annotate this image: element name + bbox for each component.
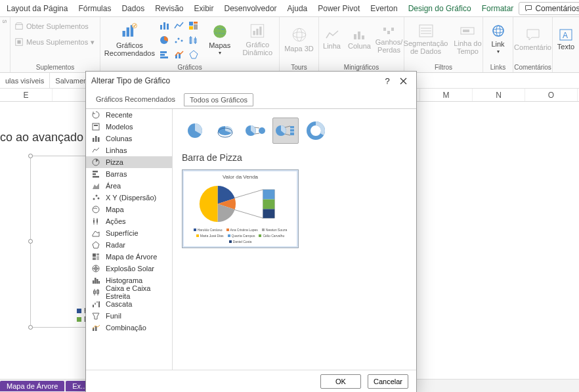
col-header[interactable]: M [420,89,473,101]
tab-desenvolvedor[interactable]: Desenvolvedor [219,1,282,16]
radar-chart-icon[interactable] [188,49,200,60]
comments-button[interactable]: Comentários [519,2,579,15]
column-chart-icon[interactable] [159,20,171,32]
resize-handle[interactable] [28,325,33,330]
cat-pizza[interactable]: Pizza [86,156,172,168]
svg-rect-12 [194,24,198,30]
tab-design-grafico[interactable]: Design do Gráfico [403,1,477,16]
cat-area[interactable]: Área [86,180,172,192]
pie-chart-icon[interactable] [159,34,171,46]
cat-arvore[interactable]: Mapa de Árvore [86,251,172,263]
timeline-icon [460,24,475,38]
tab-layout[interactable]: Layout da Página [1,1,73,16]
sheet-tab[interactable]: Mapa de Árvore [0,381,64,391]
change-chart-type-dialog: Alterar Tipo de Gráfico ? Gráficos Recom… [85,71,417,392]
hierarchy-chart-icon[interactable] [188,20,200,32]
group-links: Link ▾ Links [483,17,513,72]
svg-rect-74 [93,257,96,260]
meus-suplementos-button[interactable]: Meus Suplementos ▾ [14,35,95,49]
cat-combinacao[interactable]: Combinação [86,322,172,334]
cat-barras[interactable]: Barras [86,168,172,180]
subtype-pie-of-pie[interactable] [242,118,268,144]
combo-chart-icon[interactable] [173,49,185,60]
cat-label: Caixa e Caixa Estreita [106,284,167,300]
stats-chart-icon[interactable] [188,34,200,46]
speech-bubble-icon [525,5,532,12]
scatter-chart-icon[interactable] [173,34,185,46]
tab-revisao[interactable]: Revisão [150,1,188,16]
grafico-dinamico-button[interactable]: Gráfico Dinâmico [240,20,275,59]
svg-point-15 [175,41,177,43]
col-header[interactable]: N [473,89,525,101]
sparkline-coluna-button[interactable]: Coluna [348,20,372,59]
cat-xy[interactable]: X Y (Dispersão) [86,192,172,204]
cancel-button[interactable]: Cancelar [368,374,408,389]
col-header[interactable]: E [0,89,53,101]
mapas-button[interactable]: Mapas ▾ [204,20,236,59]
tab-formulas[interactable]: Fórmulas [73,1,116,16]
timeline-button[interactable]: Linha do Tempo [452,20,483,59]
tab-dados[interactable]: Dados [116,1,150,16]
group-label: Links [490,64,505,71]
svg-rect-67 [93,220,95,223]
cat-superficie[interactable]: Superfície [86,227,172,239]
chart-preview[interactable]: Valor da Venda Haroldo [182,169,299,248]
mapa-3d-button[interactable]: Mapa 3D [283,20,316,59]
svg-rect-41 [391,28,394,31]
cat-recente[interactable]: Recente [86,109,172,121]
sparkline-column-icon [353,29,367,41]
tab-ajuda[interactable]: Ajuda [282,1,313,16]
svg-rect-32 [260,26,262,35]
line-chart-icon[interactable] [173,20,185,32]
cat-acoes[interactable]: Ações [86,215,172,227]
subtype-pie-3d[interactable] [212,118,238,144]
addins-icon [14,37,24,47]
dialog-footer: OK Cancelar [86,370,416,392]
svg-rect-54 [94,125,98,126]
svg-rect-88 [95,303,96,305]
subtype-pie[interactable] [182,118,208,144]
dialog-titlebar[interactable]: Alterar Tipo de Gráfico ? [86,72,416,90]
svg-rect-9 [167,24,169,30]
resize-handle[interactable] [28,239,33,244]
cat-radar[interactable]: Radar [86,239,172,251]
resize-handle[interactable] [28,154,33,158]
group-tours: Mapa 3D Tours [280,17,319,72]
subtype-bar-of-pie[interactable] [272,118,299,144]
cat-caixa[interactable]: Caixa e Caixa Estreita [86,286,172,298]
cat-mapa[interactable]: Mapa [86,204,172,215]
cat-explosao[interactable]: Explosão Solar [86,263,172,274]
cat-modelos[interactable]: Modelos [86,121,172,133]
chart-title-behind: co ao avançado [0,131,83,144]
dialog-help-button[interactable]: ? [379,73,395,89]
col-header[interactable]: O [525,89,578,101]
dialog-main: Barra de Pizza Valor da Venda [173,109,416,370]
rec-label: Gráficos Recomendados [104,41,155,57]
chart-type-gallery[interactable] [159,20,200,60]
tab-formatar[interactable]: Formatar [477,1,519,16]
ok-button[interactable]: OK [320,374,361,389]
map-icon [211,23,228,40]
subtype-doughnut[interactable] [303,118,329,144]
cat-funil[interactable]: Funil [86,310,172,322]
tab-exibir[interactable]: Exibir [188,1,219,16]
segmentacao-button[interactable]: Segmentação de Dados [404,20,448,59]
texto-button[interactable]: A Texto [555,20,577,59]
link-button[interactable]: Link ▾ [482,20,515,59]
cat-label: Funil [106,312,121,320]
bar-chart-icon[interactable] [159,49,171,60]
link-icon [490,24,506,39]
tab-everton[interactable]: Everton [365,1,402,16]
tab-recomendados[interactable]: Gráficos Recomendados [90,93,181,106]
sparkline-linha-button[interactable]: Linha [320,20,344,59]
sparkline-ganhos-button[interactable]: Ganhos/ Perdas [375,20,403,59]
cat-label: Mapa [106,206,124,213]
tab-todos-graficos[interactable]: Todos os Gráficos [184,93,253,106]
cat-colunas[interactable]: Colunas [86,133,172,144]
dialog-close-button[interactable] [395,73,411,89]
graficos-recomendados-button[interactable]: Gráficos Recomendados [104,20,155,59]
obter-suplementos-button[interactable]: Obter Suplementos [14,20,89,33]
cat-linhas[interactable]: Linhas [86,144,172,156]
tab-powerpivot[interactable]: Power Pivot [312,1,365,16]
comentario-button[interactable]: Comentário [514,20,551,59]
